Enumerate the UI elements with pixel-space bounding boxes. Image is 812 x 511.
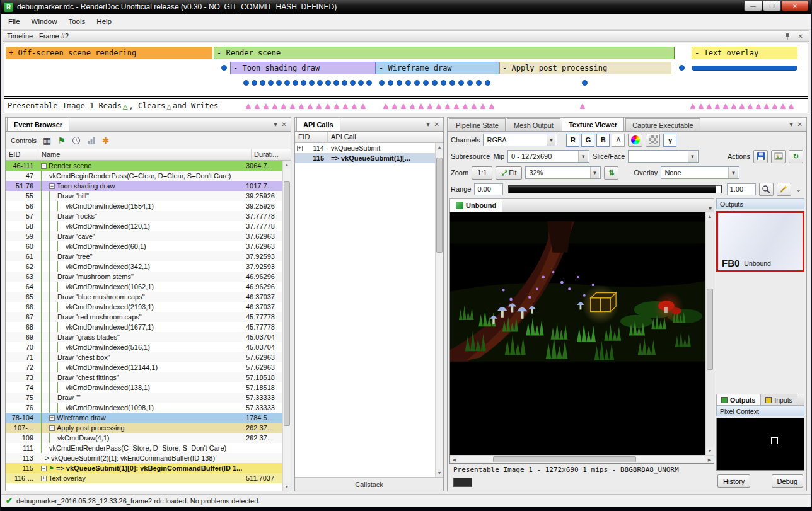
tab-event-browser[interactable]: Event Browser <box>7 117 69 131</box>
bookmark-icon[interactable]: ✱ <box>102 136 110 145</box>
texture-image[interactable] <box>450 212 705 455</box>
pin-icon[interactable] <box>782 33 792 40</box>
draw-dot[interactable] <box>293 80 298 86</box>
draw-dot[interactable] <box>476 80 482 86</box>
draw-dot[interactable] <box>485 80 490 86</box>
event-row[interactable]: 63Draw "mushroom stems"46.96296 <box>6 272 282 282</box>
chevron-down-icon[interactable]: ▾ <box>788 121 795 128</box>
scroll-down-icon[interactable]: ▼ <box>436 469 443 477</box>
event-row[interactable]: 68vkCmdDrawIndexed(1677,1)45.77778 <box>6 322 282 332</box>
history-button[interactable]: History <box>717 474 750 488</box>
scroll-up-icon[interactable]: ▲ <box>436 143 443 151</box>
collapse-icon[interactable]: − <box>49 425 55 431</box>
channel-g-button[interactable]: G <box>581 134 594 147</box>
event-row[interactable]: 74vkCmdDrawIndexed(138,1)57.18518 <box>6 382 282 393</box>
draw-dot[interactable] <box>432 80 438 86</box>
fit-button[interactable]: ⤢ Fit <box>496 166 522 180</box>
event-row[interactable]: 58vkCmdDrawIndexed(120,1)37.77778 <box>6 221 282 231</box>
alpha-background-button[interactable] <box>646 134 660 147</box>
timeline-bar[interactable]: - Toon shading draw <box>230 62 376 74</box>
scroll-right-icon[interactable]: ▶ <box>705 456 714 463</box>
event-row[interactable]: 51-76−Toon shading draw1017.7... <box>6 181 282 191</box>
draw-dot[interactable] <box>414 80 420 86</box>
color-wheel-button[interactable] <box>628 134 642 147</box>
minimize-button[interactable]: — <box>744 1 762 11</box>
event-row[interactable]: 75Draw ""57.33333 <box>6 393 282 403</box>
event-row[interactable]: 69Draw "grass blades"45.03704 <box>6 332 282 342</box>
channel-b-button[interactable]: B <box>596 134 610 147</box>
column-header-eid[interactable]: EID <box>295 132 328 142</box>
timeline-bar[interactable]: - Render scene <box>214 47 675 59</box>
event-row[interactable]: 46-111−Render scene3064.7... <box>6 161 282 171</box>
texture-tab-unbound[interactable]: Unbound <box>450 199 502 212</box>
autofit-range-button[interactable] <box>777 183 791 196</box>
texture-horizontal-scrollbar[interactable]: ◀ ▶ <box>450 455 714 463</box>
event-row[interactable]: 113=> vkQueueSubmit(2)[1]: vkEndCommandB… <box>6 453 282 463</box>
zoom-range-button[interactable] <box>759 183 774 196</box>
draw-dot[interactable] <box>405 80 411 86</box>
tab-api-calls[interactable]: API Calls <box>296 117 340 131</box>
draw-dot[interactable] <box>260 80 265 86</box>
event-row[interactable]: 73Draw "chest fittings"57.18518 <box>6 372 282 382</box>
timeline-columns-icon[interactable]: ▦ <box>43 136 51 145</box>
event-row[interactable]: 116-...+Text overlay511.7037 <box>6 473 282 483</box>
event-row[interactable]: 61Draw "tree"37.92593 <box>6 251 282 261</box>
channel-a-button[interactable]: A <box>612 134 625 147</box>
collapse-icon[interactable]: − <box>41 163 47 169</box>
draw-dot[interactable] <box>467 80 473 86</box>
overlay-select[interactable]: None ▼ <box>661 166 740 179</box>
draw-dot[interactable] <box>309 80 315 86</box>
draw-dot[interactable] <box>350 80 356 86</box>
event-browser-scrollbar[interactable]: ▲ ▼ <box>282 161 291 491</box>
range-min-input[interactable]: 0.00 <box>474 183 503 195</box>
event-row[interactable]: 65Draw "blue mushroom caps"46.37037 <box>6 292 282 302</box>
chevron-down-icon[interactable]: ⌄ <box>794 186 803 193</box>
timeline-bar[interactable]: - Text overlay <box>692 47 798 59</box>
title-bar[interactable]: R debugmarker.rdc - RenderDoc Unofficial… <box>1 0 811 14</box>
draw-dot[interactable] <box>284 80 290 86</box>
event-row[interactable]: 70vkCmdDrawIndexed(516,1)45.03704 <box>6 342 282 352</box>
scroll-up-icon[interactable]: ▲ <box>706 212 714 221</box>
scrollbar-thumb[interactable] <box>707 289 713 370</box>
collapse-icon[interactable]: − <box>49 183 55 189</box>
draw-dot[interactable] <box>423 80 429 86</box>
text-overlay-draws-bar[interactable] <box>692 66 798 71</box>
close-button[interactable]: ✕ <box>782 1 808 11</box>
event-row[interactable]: 60vkCmdDrawIndexed(60,1)37.62963 <box>6 241 282 251</box>
menu-item-file[interactable]: File <box>3 15 26 28</box>
tab-mesh-output[interactable]: Mesh Output <box>507 118 560 131</box>
slice-face-select[interactable]: ▼ <box>628 150 699 163</box>
channels-select[interactable]: RGBA ▼ <box>483 134 557 146</box>
event-row[interactable]: 71Draw "chest box"57.62963 <box>6 352 282 362</box>
scrollbar-thumb[interactable] <box>436 158 443 253</box>
texture-vertical-scrollbar[interactable]: ▲ ▼ <box>705 212 714 455</box>
scroll-left-icon[interactable]: ◀ <box>450 456 458 463</box>
scrollbar-thumb[interactable] <box>493 456 636 462</box>
close-icon[interactable]: ✕ <box>796 121 804 128</box>
save-button[interactable] <box>753 150 768 163</box>
column-header-eid[interactable]: EID <box>6 149 38 160</box>
chevron-down-icon[interactable]: ▾ <box>425 121 432 128</box>
draw-dot[interactable] <box>441 80 446 86</box>
event-row[interactable]: 64vkCmdDrawIndexed(1062,1)46.96296 <box>6 282 282 292</box>
api-row[interactable]: +114vkQueueSubmit <box>295 143 435 153</box>
debug-button[interactable]: Debug <box>772 474 803 488</box>
scrollbar-thumb[interactable] <box>284 181 290 426</box>
event-row[interactable]: 111vkCmdEndRenderPass(C=Store, D=Store, … <box>6 443 282 453</box>
draw-dot[interactable] <box>221 65 227 71</box>
clock-icon[interactable] <box>72 136 81 145</box>
event-row[interactable]: 115−⚑=> vkQueueSubmit(1)[0]: vkBeginComm… <box>6 463 282 473</box>
texture-view[interactable]: ▲ ▼ ◀ ▶ <box>450 212 714 464</box>
chevron-down-icon[interactable]: ▾ <box>272 121 279 128</box>
chevron-down-icon[interactable]: ▾ <box>707 205 714 212</box>
event-row[interactable]: 107-...−Apply post processing262.37... <box>6 423 282 433</box>
range-handle[interactable] <box>716 185 721 193</box>
close-icon[interactable]: ✕ <box>796 33 805 40</box>
flip-y-button[interactable]: ⇅ <box>604 166 618 180</box>
collapse-icon[interactable]: − <box>41 466 47 471</box>
channel-r-button[interactable]: R <box>566 134 579 147</box>
refresh-button[interactable]: ↻ <box>789 150 803 163</box>
zoom-1to1-button[interactable]: 1:1 <box>472 166 492 180</box>
tab-texture-viewer[interactable]: Texture Viewer <box>562 117 624 131</box>
event-row[interactable]: 57Draw "rocks"37.77778 <box>6 211 282 221</box>
